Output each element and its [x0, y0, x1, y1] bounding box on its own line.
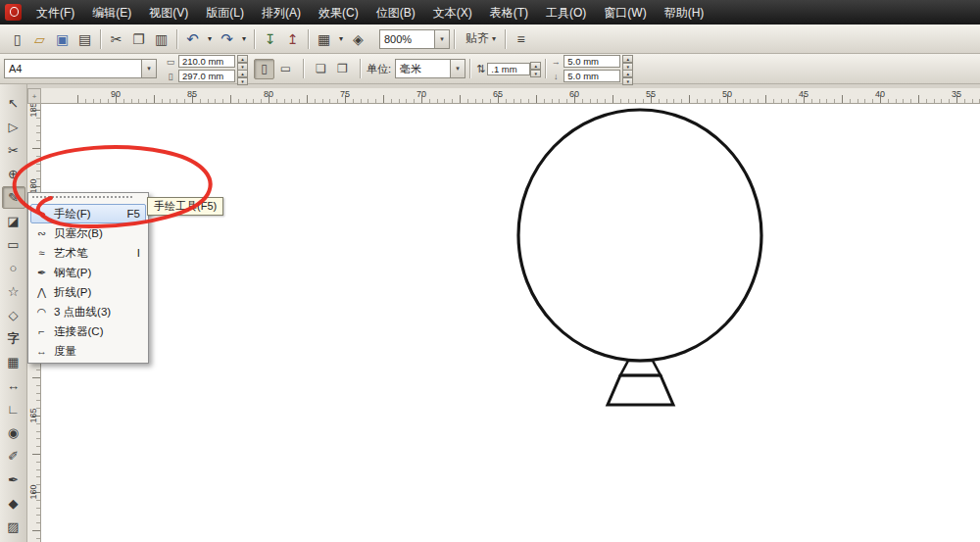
export-button[interactable]: ↥	[281, 28, 304, 50]
redo-dropdown[interactable]: ▾	[238, 28, 250, 50]
spin-up-icon[interactable]: ▴	[622, 55, 633, 63]
menu-window[interactable]: 窗口(W)	[595, 0, 655, 25]
menu-table[interactable]: 表格(T)	[481, 0, 537, 25]
tool-icon: 字	[8, 330, 20, 347]
units-combobox[interactable]: 毫米 ▾	[395, 59, 466, 78]
welcome-screen-button[interactable]: ◈	[347, 28, 369, 50]
menu-effects[interactable]: 效果(C)	[310, 0, 368, 25]
table-tool[interactable]: ▦	[2, 351, 25, 373]
page-preset-combobox[interactable]: A4 ▾	[4, 59, 157, 78]
polygon-tool[interactable]: ☆	[2, 280, 25, 303]
property-bar: A4 ▾ ▭ 210.0 mm ▴ ▾ ▯ 297.0 mm ▴ ▾	[0, 54, 980, 84]
preset-dropdown-icon[interactable]: ▾	[141, 60, 156, 77]
spin-up-icon[interactable]: ▴	[237, 70, 248, 77]
zoom-tool[interactable]: ⊕	[2, 163, 25, 185]
zoom-dropdown-icon[interactable]: ▾	[434, 30, 449, 48]
open-button[interactable]: ▱	[28, 28, 51, 50]
units-dropdown-icon[interactable]: ▾	[450, 60, 465, 77]
tool-icon: ▨	[7, 519, 19, 534]
blend-tool[interactable]: ◉	[2, 421, 25, 444]
page-height-stepper[interactable]: ▴ ▾	[237, 70, 248, 83]
smart-fill-tool[interactable]: ◪	[2, 210, 25, 232]
menu-file[interactable]: 文件(F)	[27, 0, 83, 25]
menu-layout[interactable]: 版面(L)	[197, 0, 253, 25]
text-tool[interactable]: 字	[2, 327, 25, 350]
dimension-tool[interactable]: ↔	[2, 374, 25, 397]
undo-dropdown[interactable]: ▾	[204, 28, 216, 50]
spin-up-icon[interactable]: ▴	[622, 70, 633, 77]
flyout-pen[interactable]: ✒ 钢笔(P)	[30, 263, 146, 282]
flyout-freehand[interactable]: ∿ 手绘(F) F5	[30, 204, 146, 223]
zoom-level-combobox[interactable]: 800% ▾	[379, 29, 450, 49]
flyout-polyline[interactable]: ⋀ 折线(P)	[30, 282, 146, 302]
fill-tool[interactable]: ◆	[2, 492, 25, 515]
freehand-tool[interactable]: ✎	[2, 186, 25, 209]
spin-up-icon[interactable]: ▴	[237, 55, 248, 63]
flyout-grip[interactable]	[32, 196, 132, 201]
eyedropper-tool[interactable]: ✐	[2, 445, 25, 468]
menu-text[interactable]: 文本(X)	[424, 0, 481, 25]
flyout-bezier[interactable]: ∾ 贝塞尔(B)	[30, 223, 146, 243]
current-page-button[interactable]: ❐	[332, 59, 353, 79]
cut-button[interactable]: ✂	[105, 28, 127, 50]
pick-tool[interactable]: ↖	[2, 92, 25, 115]
interactive-fill-tool[interactable]: ▨	[2, 516, 25, 538]
new-button[interactable]: ▯	[6, 28, 28, 50]
basic-shapes-tool[interactable]: ◇	[2, 304, 25, 326]
import-button[interactable]: ↧	[259, 28, 281, 50]
menu-tools[interactable]: 工具(O)	[537, 0, 595, 25]
page-width-field[interactable]: 210.0 mm	[178, 55, 235, 68]
undo-button[interactable]: ↶	[181, 28, 204, 50]
flyout-3-point-curve[interactable]: ◠ 3 点曲线(3)	[30, 302, 146, 321]
launcher-dropdown[interactable]: ▾	[335, 28, 347, 50]
page-width-stepper[interactable]: ▴ ▾	[237, 55, 248, 69]
page-width-icon: ▭	[165, 57, 176, 67]
page-height-field[interactable]: 297.0 mm	[178, 70, 235, 82]
flyout-connector[interactable]: ⌐ 连接器(C)	[30, 321, 146, 341]
redo-button[interactable]: ↷	[216, 28, 238, 50]
flyout-artistic-media[interactable]: ≈ 艺术笔 I	[30, 243, 146, 263]
nudge-stepper[interactable]: ▴ ▾	[530, 62, 541, 75]
ruler-number: 45	[765, 88, 842, 103]
portrait-button[interactable]: ▯	[254, 59, 274, 79]
print-button[interactable]: ▤	[74, 28, 96, 50]
spin-down-icon[interactable]: ▾	[237, 77, 248, 85]
ruler-origin[interactable]: +	[27, 88, 41, 104]
snap-to-button[interactable]: 贴齐 ▾	[461, 28, 501, 50]
flyout-item-icon: ◠	[34, 306, 49, 319]
units-label: 单位:	[367, 62, 391, 76]
nudge-distance-field[interactable]: .1 mm	[487, 63, 530, 75]
outline-pen-tool[interactable]: ✒	[2, 468, 25, 491]
shape-tool[interactable]: ▷	[2, 116, 25, 138]
spin-up-icon[interactable]: ▴	[530, 62, 541, 70]
spin-down-icon[interactable]: ▾	[530, 70, 541, 77]
ellipse-tool[interactable]: ○	[2, 257, 25, 279]
menu-view[interactable]: 视图(V)	[140, 0, 197, 25]
app-logo-icon[interactable]	[5, 4, 22, 21]
horizontal-ruler[interactable]: 908580757065605550454035	[41, 88, 980, 104]
tool-icon: ○	[10, 261, 18, 275]
crop-tool[interactable]: ✂	[2, 139, 25, 162]
menu-bitmaps[interactable]: 位图(B)	[368, 0, 424, 25]
tool-icon: ▷	[9, 120, 19, 134]
paste-button[interactable]: ▥	[150, 28, 172, 50]
all-pages-button[interactable]: ❏	[311, 59, 331, 79]
ruler-number: 50	[689, 88, 765, 103]
menu-help[interactable]: 帮助(H)	[656, 0, 713, 25]
duplicate-x-stepper[interactable]: ▴ ▾	[622, 55, 633, 69]
duplicate-y-stepper[interactable]: ▴ ▾	[622, 70, 633, 83]
application-launcher-button[interactable]: ▦	[313, 28, 335, 50]
copy-button[interactable]: ❐	[127, 28, 150, 50]
landscape-button[interactable]: ▭	[275, 59, 296, 79]
connector-tool[interactable]: ∟	[2, 398, 25, 420]
options-button[interactable]: ≡	[510, 28, 532, 50]
drawing-canvas[interactable]	[41, 104, 980, 542]
spin-down-icon[interactable]: ▾	[622, 77, 633, 85]
menu-arrange[interactable]: 排列(A)	[253, 0, 310, 25]
save-button[interactable]: ▣	[51, 28, 74, 50]
rectangle-tool[interactable]: ▭	[2, 233, 25, 256]
flyout-dimension[interactable]: ↔ 度量	[30, 341, 146, 361]
menu-edit[interactable]: 编辑(E)	[83, 0, 140, 25]
duplicate-y-field[interactable]: 5.0 mm	[564, 70, 620, 82]
duplicate-x-field[interactable]: 5.0 mm	[564, 55, 620, 68]
